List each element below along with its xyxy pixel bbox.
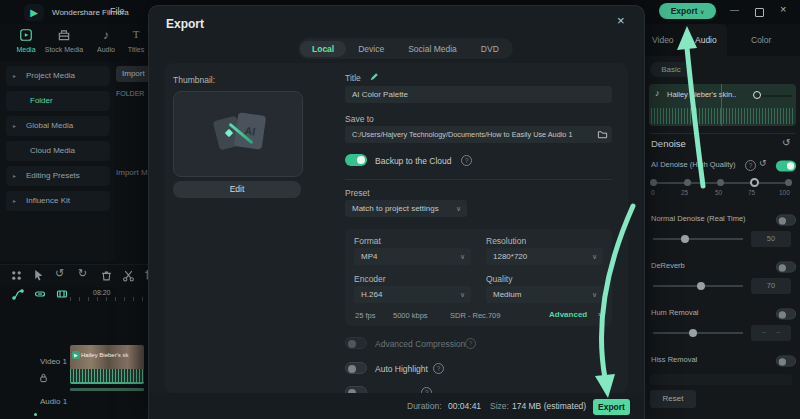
tab-local[interactable]: Local: [300, 41, 346, 57]
sidebar-item-global-media[interactable]: ▸ Global Media: [6, 116, 110, 136]
hum-slider-handle[interactable]: [689, 329, 697, 337]
browse-folder-icon[interactable]: [597, 129, 608, 140]
edit-thumbnail-button[interactable]: Edit: [173, 181, 301, 198]
hum-removal-label: Hum Removal: [651, 308, 699, 317]
preset-dropdown[interactable]: Match to project settings ∨: [345, 200, 467, 217]
clipped-toggle[interactable]: [345, 386, 367, 393]
backup-cloud-toggle[interactable]: [345, 154, 367, 166]
import-media-hint: Import M: [116, 168, 148, 177]
normal-denoise-slider-track[interactable]: [653, 238, 743, 240]
slider-dot: [650, 179, 657, 186]
audio-clip-strip[interactable]: [70, 388, 144, 391]
ai-denoise-slider-handle[interactable]: [750, 178, 759, 187]
help-icon[interactable]: ?: [465, 338, 476, 349]
advanced-link[interactable]: Advanced: [549, 310, 587, 319]
reset-ai-denoise-icon[interactable]: ↺: [759, 158, 767, 168]
help-icon[interactable]: ?: [433, 363, 444, 374]
hum-slider-track[interactable]: [653, 332, 743, 334]
toolbar-stock-media[interactable]: Stock Media: [42, 28, 86, 53]
tab-video[interactable]: Video: [652, 35, 674, 45]
audio-clip-card[interactable]: ♪ Hailey Bieber's skin..: [649, 84, 796, 126]
reset-button[interactable]: Reset: [650, 390, 696, 408]
normal-denoise-toggle[interactable]: [776, 214, 796, 225]
hiss-removal-toggle[interactable]: [776, 355, 796, 366]
help-icon[interactable]: ?: [745, 160, 756, 171]
audio-track-label: Audio 1: [40, 397, 67, 406]
folder-section-label: FOLDER: [116, 90, 144, 97]
tab-social-media[interactable]: Social Media: [396, 41, 469, 57]
hum-frequency-selector[interactable]: ~ ~: [751, 325, 791, 341]
timeline-ruler[interactable]: [70, 297, 148, 301]
dialog-footer: Duration: 00:04:41 Size: 174 MB (estimat…: [149, 393, 644, 419]
help-icon[interactable]: ?: [461, 155, 472, 166]
clip-waveform: [70, 369, 144, 384]
tab-audio[interactable]: Audio: [695, 35, 717, 45]
sidebar-item-folder[interactable]: Folder: [6, 91, 110, 111]
menu-file[interactable]: File: [110, 6, 125, 16]
clip-volume-handle[interactable]: [753, 91, 761, 99]
advanced-compression-toggle[interactable]: [345, 337, 367, 349]
link-tool-icon[interactable]: [34, 288, 46, 300]
dereverb-label: DeReverb: [651, 261, 685, 270]
basic-button[interactable]: Basic: [650, 62, 692, 77]
close-window-icon[interactable]: ×: [780, 3, 786, 15]
hum-removal-toggle[interactable]: [776, 308, 796, 319]
sidebar-item-cloud-media[interactable]: Cloud Media: [6, 141, 110, 161]
audio-waveform: [651, 108, 794, 124]
thumbnail-label: Thumbnail:: [173, 75, 215, 85]
ai-denoise-toggle[interactable]: [776, 160, 796, 171]
cursor-select-icon[interactable]: [32, 269, 45, 282]
undo-icon[interactable]: ↺: [55, 267, 64, 280]
advanced-compression-label: Advanced Compression: [375, 339, 465, 349]
save-path-input[interactable]: C:/Users/Hajvery Technology/Documents/Ho…: [345, 126, 612, 143]
sidebar-item-editing-presets[interactable]: ▸ Editing Presets: [6, 166, 110, 186]
redo-icon[interactable]: ↻: [78, 267, 87, 280]
quality-dropdown[interactable]: Medium ∨: [486, 286, 603, 303]
lock-track-icon[interactable]: [38, 372, 49, 383]
dereverb-value[interactable]: 70: [751, 278, 791, 294]
clip-volume-track[interactable]: [757, 95, 792, 97]
film-tool-icon[interactable]: [56, 288, 68, 300]
auto-highlight-label: Auto Highlight: [375, 364, 428, 374]
slider-dot: [684, 179, 691, 186]
normal-denoise-value[interactable]: 50: [751, 231, 791, 247]
restore-icon[interactable]: [755, 8, 764, 17]
filmora-app: ▶ Wondershare Filmora File Media Stock M…: [0, 0, 800, 419]
thumbnail-preview[interactable]: AI: [173, 91, 303, 177]
audio-clip-title: Hailey Bieber's skin..: [667, 90, 736, 99]
bezier-tool-icon[interactable]: [12, 288, 24, 300]
tick-50: 50: [715, 189, 722, 196]
screen-record-icon[interactable]: [10, 269, 23, 282]
delete-icon[interactable]: [100, 269, 113, 282]
dereverb-toggle[interactable]: [776, 261, 796, 272]
video-clip[interactable]: ▶ Hailey Bieber's sk: [70, 345, 144, 384]
clip-play-icon: ▶: [72, 351, 80, 359]
normal-denoise-slider-handle[interactable]: [681, 235, 689, 243]
format-dropdown[interactable]: MP4 ∨: [354, 248, 471, 265]
reset-section-icon[interactable]: ↺: [782, 137, 790, 148]
close-dialog-icon[interactable]: ×: [617, 13, 625, 28]
rename-pencil-icon[interactable]: [369, 72, 379, 82]
resolution-dropdown[interactable]: 1280*720 ∨: [486, 248, 603, 265]
export-dialog: Export × Local Device Social Media DVD T…: [148, 5, 645, 419]
title-input[interactable]: AI Color Palette: [345, 86, 612, 103]
tab-device[interactable]: Device: [346, 41, 396, 57]
dereverb-slider-handle[interactable]: [697, 282, 705, 290]
export-button-top[interactable]: Export ∨: [659, 3, 716, 19]
export-button[interactable]: Export: [593, 399, 630, 415]
encoder-dropdown[interactable]: H.264 ∨: [354, 286, 471, 303]
wave-icon: ~: [776, 328, 780, 337]
sidebar-item-project-media[interactable]: ▸ Project Media: [6, 66, 110, 86]
tab-color[interactable]: Color: [751, 35, 771, 45]
auto-highlight-toggle[interactable]: [345, 362, 367, 374]
tab-dvd[interactable]: DVD: [469, 41, 511, 57]
slider-dot: [785, 179, 792, 186]
slider-dot: [717, 179, 724, 186]
minimize-icon[interactable]: —: [730, 5, 739, 15]
audio-record-dot: [34, 413, 37, 416]
format-group: Format MP4 ∨ Resolution 1280*720 ∨ Encod…: [345, 229, 612, 326]
sidebar-item-influence-kit[interactable]: ▸ Influence Kit: [6, 191, 110, 211]
split-scissors-icon[interactable]: [122, 269, 135, 282]
tick-75: 75: [748, 189, 755, 196]
caret-icon: ▸: [13, 66, 16, 86]
